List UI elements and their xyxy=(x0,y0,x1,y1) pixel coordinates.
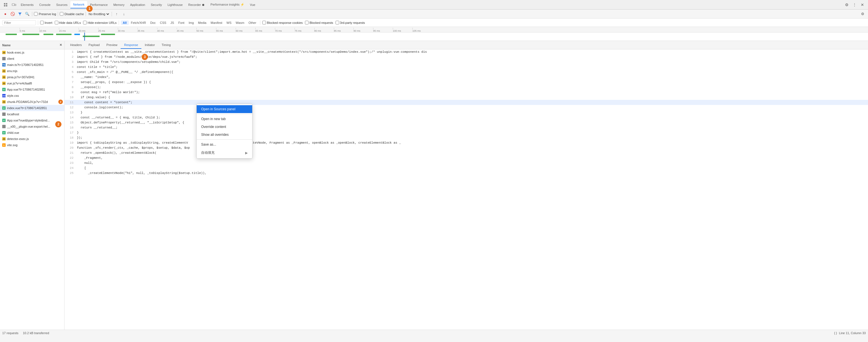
devtools-tab-application[interactable]: Application xyxy=(127,1,148,8)
context-menu-item-save-as...[interactable]: Save as... xyxy=(197,141,252,148)
timeline-tick-4: 20 ms xyxy=(79,29,86,32)
preserve-log-label[interactable]: Preserve log xyxy=(34,12,56,16)
context-menu-item-show-all-overrides[interactable]: Show all overrides xyxy=(197,131,252,138)
context-menu-item-open-in-new-tab[interactable]: Open in new tab xyxy=(197,115,252,123)
timeline-tick-21: 105 ms xyxy=(412,29,421,32)
file-item-App-vue-t-1708671402851[interactable]: VApp.vue?t=1708671402851 xyxy=(0,86,64,93)
context-menu-item-open-in-sources-panel[interactable]: Open in Sources panel xyxy=(197,105,252,113)
devtools-tab-lighthouse[interactable]: Lighthouse xyxy=(165,1,185,8)
throttle-select[interactable]: No throttling Fast 3G Slow 3G xyxy=(88,12,110,16)
devtools-tab-console[interactable]: Console xyxy=(36,1,53,8)
filter-type-all[interactable]: All xyxy=(121,21,129,25)
file-item-App-vue-vue-type-style-ind---[interactable]: VApp.vue?vue&type=style&ind... xyxy=(0,117,64,123)
file-item-hook-exec-js[interactable]: JShook-exec.js xyxy=(0,50,64,56)
file-item-style-css[interactable]: CSSstyle.css xyxy=(0,93,64,99)
toolbar-divider-4 xyxy=(112,12,112,16)
response-tab-payload[interactable]: Payload xyxy=(85,41,103,49)
disable-cache-label[interactable]: Disable cache xyxy=(60,12,84,16)
filter-checkbox-invert[interactable]: Invert xyxy=(40,21,53,24)
settings-icon[interactable]: ⚙ xyxy=(843,1,850,8)
filter-type-other[interactable]: Other xyxy=(247,21,258,25)
preserve-log-checkbox[interactable] xyxy=(34,12,38,16)
toggle-device-toolbar[interactable] xyxy=(11,1,18,8)
file-item-detector-exec-js[interactable]: JSdetector-exec.js xyxy=(0,136,64,142)
timeline-tick-9: 45 ms xyxy=(177,29,184,32)
file-item-localhost[interactable]: localhost xyxy=(0,111,64,117)
filter-type-manifest[interactable]: Manifest xyxy=(209,21,224,25)
context-menu-item-自动填充[interactable]: 自动填充▶ xyxy=(197,148,252,157)
devtools-tab-performance-insights-⚡[interactable]: Performance insights ⚡ xyxy=(208,1,247,8)
devtools-tab-security[interactable]: Security xyxy=(148,1,165,8)
code-line-3: 3import Child from "/src/components/setu… xyxy=(64,60,868,65)
cursor-position: { } Line 11, Column 33 xyxy=(834,331,866,335)
filter-type-js[interactable]: JS xyxy=(168,21,176,25)
record-btn[interactable]: ● xyxy=(2,11,8,17)
disable-cache-checkbox[interactable] xyxy=(60,12,63,16)
filter-type-media[interactable]: Media xyxy=(196,21,209,25)
timeline-bars xyxy=(0,33,868,41)
timeline-tick-11: 55 ms xyxy=(216,29,223,32)
file-list-items: JShook-exec.jsclientTSmain.ts?t=17086714… xyxy=(0,50,64,148)
close-devtools-icon[interactable]: ✕ xyxy=(859,1,866,8)
filter-btn[interactable] xyxy=(17,11,23,17)
file-list-header: Name ✕ xyxy=(0,41,64,50)
file-item-index-vue-t-1708671402851[interactable]: Vindex.vue?t=1708671402851 xyxy=(0,105,64,111)
timeline-tick-14: 70 ms xyxy=(275,29,282,32)
filter-checkbox-hide-extension-urls[interactable]: Hide extension URLs xyxy=(83,21,117,24)
filter-checkbox-3rd-party-requests[interactable]: 3rd-party requests xyxy=(336,21,365,24)
file-name-text: child.vue xyxy=(7,131,19,134)
clear-btn[interactable]: 🚫 xyxy=(9,11,16,17)
devtools-tab-vue[interactable]: Vue xyxy=(247,1,258,8)
more-options-icon[interactable]: ⋮ xyxy=(851,1,858,8)
file-item-pinia-js-v-307e5f41[interactable]: JSpinia.js?v=307e5f41 xyxy=(0,74,64,80)
response-tab-initiator[interactable]: Initiator xyxy=(142,41,158,49)
response-tab-response[interactable]: Response xyxy=(121,41,142,49)
code-line-12: 12 console.log(content); xyxy=(64,105,868,110)
filter-type-doc[interactable]: Doc xyxy=(148,21,158,25)
devtools-tab-network[interactable]: Network xyxy=(70,1,87,8)
devtools-tab-memory[interactable]: Memory xyxy=(111,1,127,8)
file-icon-js: JS xyxy=(2,100,6,103)
code-line-15: 15 Object.defineProperty(__returned__, "… xyxy=(64,120,868,125)
context-menu: Open in Sources panelOpen in new tabOver… xyxy=(196,104,252,158)
file-item-env-mjs[interactable]: JSenv.mjs xyxy=(0,68,64,74)
file-item-vue-js-v-e4cfaaf8[interactable]: JSvue.js?v=e4cfaaf8 xyxy=(0,80,64,86)
network-settings-btn[interactable]: ⚙ xyxy=(860,11,866,17)
filter-type-fetch/xhr[interactable]: Fetch/XHR xyxy=(129,21,148,25)
devtools-tab-sources[interactable]: Sources xyxy=(53,1,70,8)
file-item-chunk-PD2AWGJV-js-v-732d[interactable]: JSchunk-PD2AWGJV.js?v=732d2 xyxy=(0,99,64,105)
response-tab-headers[interactable]: Headers xyxy=(67,41,85,49)
file-item-client[interactable]: client xyxy=(0,56,64,62)
file-item-main-ts-t-1708671402851[interactable]: TSmain.ts?t=1708671402851 xyxy=(0,62,64,68)
filter-type-img[interactable]: Img xyxy=(187,21,195,25)
response-tab-timing[interactable]: Timing xyxy=(158,41,174,49)
devtools-icon[interactable] xyxy=(2,1,9,8)
import-har-btn[interactable]: ↑ xyxy=(114,11,120,17)
code-line-5: 5const _sfc_main = /* @__PURE__ */ _defi… xyxy=(64,69,868,74)
network-toolbar: ● 🚫 🔍 Preserve log Disable cache No thro… xyxy=(0,9,868,19)
filter-checkbox-blocked-requests[interactable]: Blocked requests xyxy=(305,21,333,24)
toolbar-divider-1 xyxy=(32,12,32,16)
filter-type-css[interactable]: CSS xyxy=(158,21,168,25)
export-har-btn[interactable]: ↓ xyxy=(121,11,127,17)
search-btn[interactable]: 🔍 xyxy=(24,11,30,17)
file-item-child-vue[interactable]: Vchild.vue xyxy=(0,130,64,136)
file-item-vite-svg[interactable]: Svite.svg xyxy=(0,142,64,148)
filter-type-wasm[interactable]: Wasm xyxy=(234,21,246,25)
response-tab-preview[interactable]: Preview xyxy=(103,41,121,49)
filter-input[interactable] xyxy=(2,20,36,25)
filter-checkbox-hide-data-urls[interactable]: Hide data URLs xyxy=(55,21,81,24)
context-menu-item-override-content[interactable]: Override content xyxy=(197,123,252,131)
filter-type-font[interactable]: Font xyxy=(176,21,186,25)
file-list-close[interactable]: ✕ xyxy=(60,43,62,47)
file-icon-vue: V xyxy=(2,106,6,110)
devtools-tab-bar: ElementsConsoleSourcesNetworkPerformance… xyxy=(0,0,868,9)
file-item---x00--plugin-vue-export-hel---[interactable]: __x00__plugin-vue:export-hel... xyxy=(0,123,64,130)
devtools-tab-elements[interactable]: Elements xyxy=(18,1,36,8)
filter-type-ws[interactable]: WS xyxy=(224,21,234,25)
devtools-tab-recorder-⏺[interactable]: Recorder ⏺ xyxy=(185,1,208,8)
timeline-tick-3: 15 ms xyxy=(59,29,66,32)
code-line-11: 11 const content = "content"; xyxy=(64,100,868,105)
file-name-text: App.vue?t=1708671402851 xyxy=(7,88,45,91)
filter-checkbox-blocked-response-cookies[interactable]: Blocked response cookies xyxy=(262,21,303,24)
